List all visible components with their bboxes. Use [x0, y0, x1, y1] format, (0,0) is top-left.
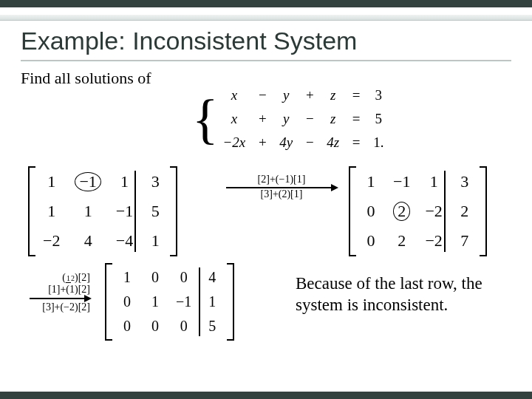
eq-cell: −	[257, 87, 267, 103]
matrix-cell: 0	[176, 269, 191, 286]
slide: Example: Inconsistent System Find all so…	[0, 0, 532, 399]
matrix-cell: 4	[75, 231, 100, 250]
eq-cell: 4z	[327, 134, 339, 151]
matrix-step-1: 1−11302−2202−27	[349, 166, 487, 259]
matrix-final: 100401−110005	[105, 263, 234, 344]
matrix-initial: 1−11311−15−24−41	[28, 166, 177, 259]
matrix-cell: 0	[120, 318, 134, 335]
bracket-right-icon	[227, 263, 234, 341]
row-ops-1: [2]+(−1)[1] [3]+(2)[1]	[226, 174, 337, 200]
matrix-cell: −2	[425, 202, 442, 221]
matrix-cell: 5	[205, 318, 219, 335]
eq-cell: +	[257, 134, 267, 151]
eq-cell: +	[257, 111, 267, 127]
eq-cell: −	[304, 134, 315, 151]
matrix-cell: 0	[176, 318, 191, 335]
eq-cell: x	[223, 87, 246, 103]
matrix-cell: 2	[457, 202, 472, 221]
eq-cell: 3	[373, 87, 383, 103]
matrix-cell: −1	[176, 293, 191, 310]
bracket-left-icon	[105, 263, 112, 341]
eq-cell: 5	[373, 111, 383, 127]
bracket-right-icon	[170, 166, 177, 256]
eq-cell: =	[351, 134, 361, 151]
matrix-cell: 3	[457, 172, 472, 191]
matrix-cell: 0	[148, 269, 163, 286]
matrix-cell: −1	[116, 202, 133, 221]
eq-cell: =	[351, 111, 361, 127]
conclusion-text: Because of the last row, the system is i…	[296, 273, 510, 316]
pivot-circle: −1	[75, 172, 100, 191]
eq-cell: +	[304, 87, 315, 103]
accent-bar	[0, 15, 532, 21]
eq-cell: x	[223, 111, 246, 127]
matrix-cell: 0	[120, 293, 134, 310]
matrix-cell: 1	[148, 231, 163, 250]
arrow-right-icon	[30, 298, 90, 299]
bracket-left-icon	[349, 166, 356, 256]
matrix-cell: 5	[148, 202, 163, 221]
matrix-cell: 1	[120, 269, 134, 286]
matrix-cell: 0	[364, 202, 378, 221]
bracket-left-icon	[28, 166, 35, 256]
arrow-right-icon	[226, 187, 337, 188]
bracket-right-icon	[480, 166, 487, 256]
eq-cell: z	[327, 111, 339, 127]
matrix-cell: 3	[148, 172, 163, 191]
matrix-cell: 1	[116, 172, 133, 191]
eq-cell: −	[304, 111, 315, 127]
matrix-cell: 1	[364, 172, 378, 191]
matrix-cell: 1	[148, 293, 163, 310]
eq-cell: y	[279, 87, 293, 103]
pivot-circle: 2	[393, 202, 410, 221]
matrix-cell: 4	[205, 269, 219, 286]
matrix-cell: −1	[75, 172, 100, 191]
eq-cell: 4y	[279, 134, 293, 151]
matrix-cell: −4	[116, 231, 133, 250]
matrix-cell: −2	[43, 231, 60, 250]
matrix-cell: 2	[393, 202, 410, 221]
matrix-cell: 1	[425, 172, 442, 191]
matrix-cell: 1	[43, 202, 60, 221]
matrix-cell: 0	[364, 231, 378, 250]
eq-cell: y	[279, 111, 293, 127]
eq-cell: −2x	[223, 134, 246, 151]
prompt-text: Find all solutions of	[21, 69, 511, 88]
system-of-equations: { x−y+z=3x+y−z=5−2x+4y−4z=1.	[192, 87, 383, 151]
matrix-cell: 0	[148, 318, 163, 335]
matrix-cell: −1	[393, 172, 410, 191]
matrix-cell: 1	[75, 202, 100, 221]
brace-icon: {	[192, 92, 219, 146]
eq-cell: =	[351, 87, 361, 103]
matrix-cell: 1	[43, 172, 60, 191]
matrix-cell: 7	[457, 231, 472, 250]
matrix-cell: 2	[393, 231, 410, 250]
matrix-cell: 1	[205, 293, 219, 310]
eq-cell: z	[327, 87, 339, 103]
matrix-cell: −2	[425, 231, 442, 250]
row-ops-2: (12)[2] [1]+(1)[2] [3]+(−2)[2]	[30, 272, 90, 313]
slide-title: Example: Inconsistent System	[21, 27, 511, 61]
eq-cell: 1.	[373, 134, 383, 151]
